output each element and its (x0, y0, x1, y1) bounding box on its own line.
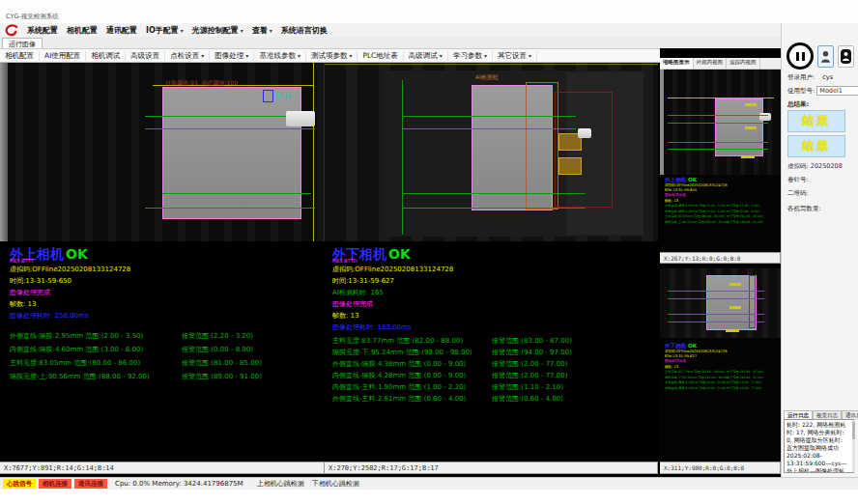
account-icon (841, 49, 851, 64)
measurement-value: 隔膜宽度-上:90.56mm 范围:(88.00 - 92.00) (10, 370, 182, 383)
measure-line (402, 116, 576, 117)
heartbeat-status-badge: 心跳信号 (3, 479, 36, 489)
toolbar-item-baseline-params[interactable]: 基准线参数 (254, 51, 306, 61)
measure-line (668, 314, 764, 315)
measure-line (668, 291, 764, 292)
measurement-row: 内侧直线-隔膜:4.28mm 范围:(0.00 - 9.00)报警范围:(2.0… (665, 385, 781, 391)
toolbar-item-advanced-debug[interactable]: 高级调试 (404, 51, 448, 61)
write-count-field: 各机写数量: (787, 205, 821, 213)
log-output[interactable]: 耗时: 222, 网络检测耗时: 17, 网络分类耗时: 0, 网络提取分区耗时… (784, 419, 854, 473)
tab-tracking-view[interactable]: 追踪内视图 (727, 58, 760, 69)
elapsed-line: 图像处理耗时: 183.00ms (332, 322, 658, 333)
toolbar-item-camera-config[interactable]: 相机配置 (0, 51, 40, 61)
menu-item-system-config[interactable]: 系统配置 (27, 25, 58, 36)
measurement-row: 主料宽度:83.77mm 范围:(82.00 - 88.00)报警范围:(83.… (332, 335, 658, 347)
camera-view-upper[interactable]: 计算阈值:93, 动态阈值:100 23.46 (0, 61, 325, 241)
measure-line (402, 193, 586, 194)
statusbar: 心跳信号 相机连接 通讯连接 Cpu: 0.0% Memory: 3424.41… (0, 477, 858, 490)
model-value-input[interactable]: Model1 (816, 86, 858, 96)
cursor-coords-thumb-upper: X:267;Y:13;R:0;G:0;B:0 (660, 252, 781, 264)
log-scrollbar[interactable] (852, 420, 855, 472)
measurement-value: 外侧直线-主料:2.61mm 范围:(0.60 - 4.00) (332, 393, 492, 405)
window-title: CYG-视觉检测系统 (6, 13, 59, 21)
measurement-value: 主料宽度:83.05mm 范围:(80.00 - 86.00) (10, 356, 182, 370)
login-user-value: cys (822, 73, 833, 81)
measure-marker-box (263, 90, 273, 102)
toolbar: 相机配置 AI使用配置 相机调试 高级设置 点检设置 图像处理 基准线参数 测试… (0, 48, 660, 63)
toolbar-item-image-processing[interactable]: 图像处理 (210, 51, 254, 61)
product-region (162, 87, 301, 219)
threshold-overlay-label: 计算阈值:93, 动态阈值:100 (165, 79, 238, 88)
alarm-range: 报警范围:(2.20 - 3.20) (182, 329, 253, 343)
alarm-range: 报警范围:(2.00 - 77.00) (492, 370, 567, 381)
camera-view-lower[interactable]: AI检测框 (325, 61, 658, 241)
toolbar-item-ai-usage-config[interactable]: AI使用配置 (40, 51, 86, 61)
app-window: CYG-视觉检测系统 系统配置 相机配置 通讯配置 IO手配置 光源控制配置 查… (0, 0, 858, 504)
measurement-value: 隔膜宽度-下:95.24mm 范围:(93.00 - 98.00) (332, 347, 492, 358)
measurement-row: 隔膜宽度-上:90.56mm 范围:(88.00 - 92.00)报警范围:(8… (10, 370, 324, 383)
tab-appearance-view[interactable]: 外观内视图 (694, 58, 728, 69)
account-manage-button[interactable] (838, 45, 854, 68)
needle-number-field: 卷针号: (787, 176, 809, 184)
sidebar: 登录用户: cys 使用型号: Model1 总结果: 结果 结果 虚拟码: 2… (781, 23, 858, 477)
alarm-range: 报警范围:(2.00 - 77.00) (727, 385, 761, 391)
toolbar-item-learning-params[interactable]: 学习参数 (448, 51, 493, 61)
measurement-list: 外侧直线-隔膜:2.95mm 范围:(2.00 - 3.50)报警范围:(2.2… (10, 329, 324, 383)
comm-status-badge: 通讯连接 (74, 479, 107, 489)
thumbnail-view-upper[interactable]: 外上相机OK 虚拟码:OFFline20250208133124728 时间:1… (660, 69, 781, 252)
toolbar-item-spot-check[interactable]: 点检设置 (165, 51, 210, 61)
tab-thumbnail-view[interactable]: 缩略图显示 (660, 58, 694, 69)
ai-detect-box (526, 82, 558, 210)
measurement-value: 外侧直线-隔膜:2.95mm 范围:(2.00 - 3.50) (10, 329, 182, 343)
result-ok: OK (388, 246, 411, 262)
measure-line (402, 208, 586, 209)
cursor-coords-lower: X:270;Y:2502;R:17;G:17;B:17 (325, 462, 658, 474)
camera-status-badge: 相机连接 (39, 479, 72, 489)
menu-item-io-config[interactable]: IO手配置 (146, 25, 184, 36)
measurement-list: 主料宽度:83.77mm 范围:(82.00 - 88.00)报警范围:(83.… (332, 335, 658, 405)
titlebar: CYG-视觉检测系统 (0, 0, 858, 24)
measure-line (668, 322, 764, 322)
measurement-value: 内侧直线-隔膜:4.60mm 范围:(3.00 - 6.00) (10, 343, 182, 356)
measurement-row: 外侧直线-主料:2.61mm 范围:(0.60 - 4.00)报警范围:(0.6… (332, 393, 658, 405)
measurement-value: 隔膜宽度-上:90.56mm 范围:(88.00 - 92.00) (665, 219, 727, 225)
menubar: 系统配置 相机配置 通讯配置 IO手配置 光源控制配置 查看 系统语言切换 (0, 23, 858, 37)
toolbar-item-camera-debug[interactable]: 相机调试 (86, 51, 126, 61)
toolbar-item-advanced-settings[interactable]: 高级设置 (126, 51, 165, 61)
model-field: 使用型号: Model1 (787, 86, 858, 96)
measurement-value: 内侧直线-主料:1.90mm 范围:(1.00 - 2.20) (332, 381, 492, 393)
measurement-value: 内侧直线-隔膜:4.28mm 范围:(0.00 - 9.00) (332, 370, 492, 381)
menu-item-light-config[interactable]: 光源控制配置 (192, 25, 243, 36)
log-scrollbar-thumb[interactable] (852, 422, 855, 439)
login-user-field: 登录用户: cys (787, 73, 833, 82)
result-display-upper: 结果 (787, 110, 845, 132)
barcode-line: 虚拟码:OFFline20250208133124728 (10, 264, 324, 275)
thumbnail-view-lower[interactable]: 外下相机OK 虚拟码:OFFline20250208133124728 时间:1… (660, 264, 781, 462)
menu-item-comm-config[interactable]: 通讯配置 (106, 25, 137, 36)
measure-line (668, 123, 768, 124)
toolbar-item-other-settings[interactable]: 其它设置 (493, 51, 537, 61)
user-login-button[interactable] (817, 45, 834, 68)
total-result-label: 总结果: (787, 100, 809, 109)
measurement-row: 内侧直线-隔膜:4.28mm 范围:(0.00 - 9.00)报警范围:(2.0… (332, 370, 658, 381)
menu-item-view[interactable]: 查看 (252, 25, 272, 36)
frame-line: 帧数: 13 (10, 298, 324, 310)
alarm-range: 报警范围:(2.00 - 77.00) (492, 358, 567, 370)
ai-box-label: AI检测框 (475, 73, 499, 82)
done-line: 图像处理完成 (10, 287, 324, 298)
ai-time-line: AI检测耗时: 165 (332, 287, 658, 298)
toolbar-item-test-item-params[interactable]: 测试项参数 (306, 51, 358, 61)
overlay-text-mark (729, 306, 741, 309)
pause-button[interactable] (786, 42, 814, 70)
overlay-text-mark (726, 329, 739, 332)
menu-item-language-switch[interactable]: 系统语言切换 (281, 25, 328, 36)
measure-line (145, 128, 315, 129)
menu-item-camera-config[interactable]: 相机配置 (67, 25, 98, 36)
thumb-result-text: 外上相机OK 虚拟码:OFFline20250208133124728 时间:1… (665, 177, 781, 225)
measure-overlay-label: 23.46 (274, 92, 291, 98)
toolbar-item-plc-address-table[interactable]: PLC地址表 (358, 51, 403, 61)
alarm-range: 报警范围:(0.60 - 4.00) (492, 393, 563, 405)
pause-icon (802, 52, 805, 61)
image-edge-band (0, 61, 8, 241)
time-line: 时间:13-31-59-627 (332, 275, 658, 287)
